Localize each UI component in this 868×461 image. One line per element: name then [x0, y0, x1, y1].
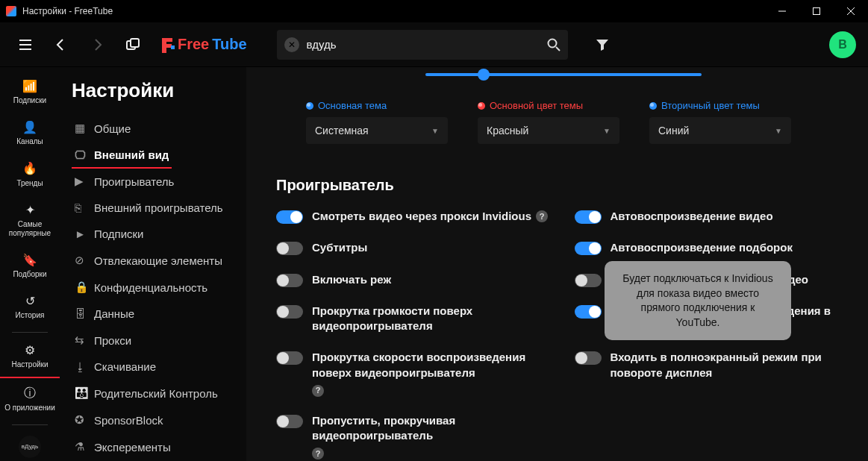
sidebar-item-3[interactable]: ⎘Внешний проигрыватель: [72, 195, 226, 222]
toggle-label: Включать реж: [312, 272, 391, 287]
sidebar-item-6[interactable]: 🔒Конфиденциальность: [72, 275, 210, 301]
secondary-color-label: Вторичный цвет темы: [649, 100, 791, 111]
sidebar-item-9[interactable]: ⭳Скачивание: [72, 354, 159, 380]
toggle-label: Автовоспроизведение подборок: [611, 240, 793, 255]
sponsor-icon: ✪: [75, 413, 87, 427]
logo-text-tube: Tube: [212, 36, 246, 53]
toggle-switch[interactable]: [575, 305, 602, 319]
palette-icon: [478, 102, 485, 110]
search-bar[interactable]: ✕: [277, 30, 568, 60]
toggle-row: Смотреть видео через прокси Invidious ?: [276, 209, 552, 224]
sidebar-item-7[interactable]: 🗄Данные: [72, 301, 137, 327]
hamburger-menu-button[interactable]: [12, 31, 39, 58]
toggle-switch[interactable]: [276, 415, 303, 428]
sidebar-item-label: Прокси: [94, 334, 131, 347]
grid-icon: ▦: [75, 122, 87, 135]
toggle-switch[interactable]: [575, 274, 602, 287]
toggle-switch[interactable]: [276, 242, 303, 255]
sidebar-item-label: Подписки: [94, 228, 144, 240]
nav-forward-button[interactable]: [84, 31, 110, 58]
nav-back-button[interactable]: [48, 31, 75, 58]
toggle-switch[interactable]: [575, 351, 602, 365]
main-theme-label: Основная тема: [306, 100, 448, 111]
toggle-switch[interactable]: [276, 274, 303, 287]
toggle-label: Прокрутка скорости воспроизведения повер…: [312, 350, 552, 397]
rail-channels[interactable]: 👤Каналы: [0, 114, 60, 154]
app-logo[interactable]: FreeTube: [160, 36, 247, 53]
help-icon[interactable]: ?: [312, 448, 324, 460]
settings-sidebar: Настройки ▦Общие🖵Внешний вид▶Проигрывате…: [60, 67, 246, 461]
chevron-down-icon: ▼: [431, 127, 439, 135]
help-icon[interactable]: ?: [312, 385, 324, 397]
sidebar-item-label: Отвлекающие элементы: [94, 254, 222, 267]
toggle-row: Прокрутка громкости поверх видеопроигрыв…: [276, 304, 552, 334]
filter-button[interactable]: [589, 31, 616, 58]
toggle-label: Прокрутка громкости поверх видеопроигрыв…: [312, 304, 552, 334]
main-theme-dropdown[interactable]: Системная▼: [306, 117, 448, 144]
sidebar-item-4[interactable]: ►Подписки: [72, 222, 147, 248]
lock-icon: 🔒: [75, 280, 87, 294]
play-icon: ▶: [75, 175, 87, 188]
rail-popular[interactable]: ✦Самые популярные: [0, 197, 60, 245]
toggle-row: Прокрутка скорости воспроизведения повер…: [276, 350, 552, 397]
new-window-button[interactable]: [119, 31, 146, 58]
player-section-title: Проигрыватель: [276, 177, 850, 194]
search-icon[interactable]: [547, 38, 561, 51]
rail-trending[interactable]: 🔥Тренды: [0, 155, 60, 195]
toggle-switch[interactable]: [276, 351, 303, 365]
rail-subscriptions[interactable]: 📶Подписки: [0, 73, 60, 113]
rail-settings[interactable]: ⚙Настройки: [0, 337, 60, 378]
rail-playlists[interactable]: 🔖Подборки: [0, 247, 60, 286]
slider-thumb[interactable]: [478, 69, 490, 81]
sidebar-item-5[interactable]: ⊘Отвлекающие элементы: [72, 248, 225, 275]
window-title: Настройки - FreeTube: [22, 6, 113, 16]
sidebar-item-label: Внешний проигрыватель: [94, 201, 223, 214]
search-clear-button[interactable]: ✕: [284, 37, 299, 52]
sidebar-item-label: Внешний вид: [94, 148, 169, 161]
sidebar-item-11[interactable]: ✪SponsorBlock: [72, 407, 166, 434]
sidebar-item-0[interactable]: ▦Общие: [72, 116, 134, 142]
svg-point-4: [548, 39, 556, 47]
rail-separator: [12, 332, 48, 333]
settings-content[interactable]: Основная тема Системная▼ Основной цвет т…: [246, 67, 868, 461]
sidebar-item-label: Родительский Контроль: [94, 387, 218, 400]
external-icon: ⎘: [75, 201, 87, 214]
sidebar-item-label: Проигрыватель: [94, 175, 174, 188]
toggle-switch[interactable]: [575, 210, 602, 224]
rail-about[interactable]: ⓘО приложении: [0, 380, 60, 419]
toggle-switch[interactable]: [276, 305, 303, 319]
help-icon[interactable]: ?: [536, 210, 548, 222]
toggle-row: Входить в полноэкранный режим при поворо…: [575, 350, 851, 397]
download-icon: ⭳: [75, 360, 87, 373]
sidebar-item-10[interactable]: 👪Родительский Контроль: [72, 380, 221, 407]
fire-icon: 🔥: [22, 161, 37, 175]
toggle-row: Автовоспроизведение видео: [575, 209, 851, 224]
window-minimize-button[interactable]: [765, 0, 799, 22]
toggle-switch[interactable]: [276, 210, 303, 224]
top-toolbar: FreeTube ✕ В: [0, 22, 868, 67]
chevron-down-icon: ▼: [603, 127, 611, 135]
toggle-switch[interactable]: [575, 242, 602, 255]
window-close-button[interactable]: [834, 0, 868, 22]
sidebar-item-label: Скачивание: [94, 360, 156, 373]
sidebar-item-2[interactable]: ▶Проигрыватель: [72, 169, 177, 195]
toggle-label: Пропустить, прокручивая видеопроигрывате…: [312, 413, 552, 460]
ui-scale-slider[interactable]: [425, 73, 702, 76]
rail-channel-thumb[interactable]: вДудь: [19, 436, 41, 458]
primary-color-dropdown[interactable]: Красный▼: [478, 117, 619, 144]
sidebar-item-8[interactable]: ⇆Прокси: [72, 327, 134, 354]
profile-avatar[interactable]: В: [829, 31, 856, 58]
window-maximize-button[interactable]: [799, 0, 834, 22]
gear-icon: ⚙: [25, 343, 35, 357]
sidebar-item-label: Конфиденциальность: [94, 281, 207, 294]
sidebar-item-1[interactable]: 🖵Внешний вид: [72, 142, 172, 169]
secondary-color-dropdown[interactable]: Синий▼: [649, 117, 791, 144]
eyeoff-icon: ⊘: [75, 254, 87, 267]
rail-history[interactable]: ↺История: [0, 288, 60, 327]
sidebar-item-12[interactable]: ⚗Эксперементы: [72, 434, 174, 461]
history-icon: ↺: [25, 294, 35, 308]
info-icon: ⓘ: [24, 386, 36, 400]
toggle-row: Включать реж: [276, 272, 552, 287]
search-input[interactable]: [307, 38, 540, 51]
svg-rect-3: [171, 46, 175, 49]
